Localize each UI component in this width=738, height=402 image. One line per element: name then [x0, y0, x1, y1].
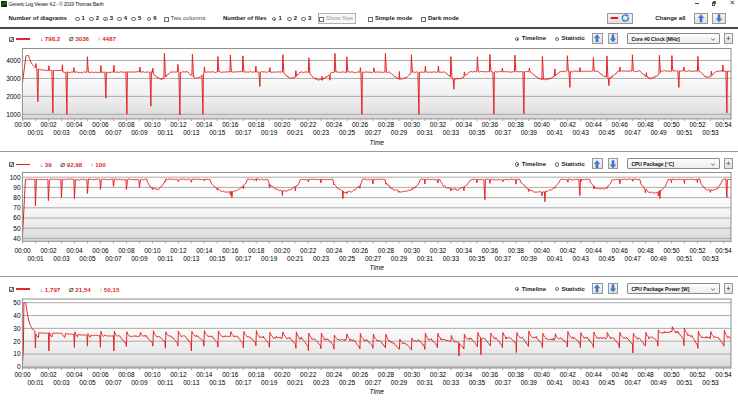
svg-text:00:19: 00:19	[261, 379, 278, 386]
svg-text:00:08: 00:08	[118, 247, 135, 254]
svg-text:00:49: 00:49	[650, 379, 667, 386]
svg-text:00:20: 00:20	[274, 121, 291, 128]
svg-text:00:38: 00:38	[508, 247, 525, 254]
svg-text:00:41: 00:41	[547, 255, 564, 262]
svg-text:00:21: 00:21	[287, 379, 304, 386]
svg-text:00:10: 00:10	[144, 371, 161, 378]
svg-text:00:08: 00:08	[118, 121, 135, 128]
svg-text:00:25: 00:25	[339, 129, 356, 136]
svg-text:00:16: 00:16	[222, 121, 239, 128]
svg-text:00:14: 00:14	[196, 247, 213, 254]
svg-text:00:19: 00:19	[261, 255, 278, 262]
svg-text:00:51: 00:51	[676, 255, 693, 262]
svg-text:Time: Time	[370, 264, 385, 271]
svg-text:00:21: 00:21	[287, 255, 304, 262]
svg-text:00:44: 00:44	[586, 371, 603, 378]
svg-text:00:42: 00:42	[560, 371, 577, 378]
svg-text:00:06: 00:06	[92, 121, 109, 128]
svg-text:00:22: 00:22	[300, 247, 317, 254]
svg-text:00:13: 00:13	[183, 129, 200, 136]
svg-text:00:41: 00:41	[547, 379, 564, 386]
svg-text:00:48: 00:48	[637, 371, 654, 378]
svg-text:00:51: 00:51	[676, 129, 693, 136]
svg-text:00:16: 00:16	[222, 247, 239, 254]
svg-text:00:10: 00:10	[144, 121, 161, 128]
svg-text:00:14: 00:14	[196, 371, 213, 378]
svg-text:00:45: 00:45	[599, 255, 616, 262]
svg-text:00:42: 00:42	[560, 247, 577, 254]
svg-text:00:15: 00:15	[209, 129, 226, 136]
svg-text:00:44: 00:44	[586, 121, 603, 128]
svg-text:00:24: 00:24	[326, 121, 343, 128]
svg-text:00:20: 00:20	[274, 247, 291, 254]
svg-text:00:40: 00:40	[534, 371, 551, 378]
svg-text:00:45: 00:45	[599, 129, 616, 136]
svg-text:00:20: 00:20	[274, 371, 291, 378]
svg-text:00:02: 00:02	[40, 371, 57, 378]
svg-text:00:33: 00:33	[443, 129, 460, 136]
svg-text:00:29: 00:29	[391, 129, 408, 136]
svg-text:90: 90	[13, 184, 21, 191]
svg-text:80: 80	[13, 194, 21, 201]
svg-text:00:17: 00:17	[235, 379, 252, 386]
svg-text:1000: 1000	[6, 111, 21, 118]
svg-text:00:24: 00:24	[326, 371, 343, 378]
svg-text:00:17: 00:17	[235, 255, 252, 262]
svg-text:00:37: 00:37	[495, 129, 512, 136]
svg-text:00:28: 00:28	[378, 121, 395, 128]
svg-text:00:54: 00:54	[715, 121, 732, 128]
svg-text:00:38: 00:38	[508, 371, 525, 378]
svg-text:00:51: 00:51	[676, 379, 693, 386]
svg-text:00:12: 00:12	[170, 247, 187, 254]
svg-text:00:43: 00:43	[573, 379, 590, 386]
svg-text:00:02: 00:02	[40, 247, 57, 254]
svg-text:00:54: 00:54	[715, 371, 732, 378]
svg-text:00:05: 00:05	[79, 379, 96, 386]
svg-text:3000: 3000	[6, 75, 21, 82]
svg-text:00:32: 00:32	[430, 247, 447, 254]
svg-text:00:19: 00:19	[261, 129, 278, 136]
svg-text:00:28: 00:28	[378, 247, 395, 254]
svg-text:00:32: 00:32	[430, 371, 447, 378]
svg-text:00:26: 00:26	[352, 371, 369, 378]
svg-text:70: 70	[13, 204, 21, 211]
svg-text:00:48: 00:48	[637, 247, 654, 254]
svg-text:00:30: 00:30	[404, 371, 421, 378]
svg-text:00:11: 00:11	[158, 379, 174, 386]
svg-text:00:53: 00:53	[702, 129, 719, 136]
svg-text:50: 50	[13, 299, 21, 306]
svg-text:00:07: 00:07	[105, 255, 122, 262]
svg-text:Time: Time	[370, 388, 385, 395]
svg-text:00:27: 00:27	[365, 379, 382, 386]
svg-text:00:37: 00:37	[495, 379, 512, 386]
svg-text:00:36: 00:36	[482, 121, 499, 128]
svg-text:00:03: 00:03	[53, 255, 70, 262]
svg-text:00:18: 00:18	[248, 121, 265, 128]
svg-text:00:09: 00:09	[131, 129, 148, 136]
svg-text:00:36: 00:36	[482, 371, 499, 378]
svg-text:00:12: 00:12	[170, 121, 187, 128]
svg-text:00:12: 00:12	[170, 371, 187, 378]
svg-text:00:13: 00:13	[183, 379, 200, 386]
svg-text:00:01: 00:01	[27, 129, 44, 136]
svg-text:00:33: 00:33	[443, 255, 460, 262]
svg-text:00:04: 00:04	[66, 121, 83, 128]
svg-text:00:09: 00:09	[131, 379, 148, 386]
svg-text:00:18: 00:18	[248, 371, 265, 378]
svg-text:00:41: 00:41	[547, 129, 564, 136]
svg-text:00:36: 00:36	[482, 247, 499, 254]
svg-text:00:38: 00:38	[508, 121, 525, 128]
svg-text:00:05: 00:05	[79, 255, 96, 262]
svg-text:40: 40	[13, 312, 21, 319]
svg-text:00:52: 00:52	[689, 121, 706, 128]
svg-text:00:50: 00:50	[663, 247, 680, 254]
svg-text:00:17: 00:17	[235, 129, 252, 136]
svg-text:20: 20	[13, 338, 21, 345]
svg-text:00:54: 00:54	[715, 247, 732, 254]
svg-text:00:34: 00:34	[456, 247, 473, 254]
svg-text:00:31: 00:31	[417, 255, 434, 262]
svg-text:00:26: 00:26	[352, 121, 369, 128]
svg-text:00:34: 00:34	[456, 371, 473, 378]
svg-text:00:46: 00:46	[612, 121, 629, 128]
svg-text:00:28: 00:28	[378, 371, 395, 378]
